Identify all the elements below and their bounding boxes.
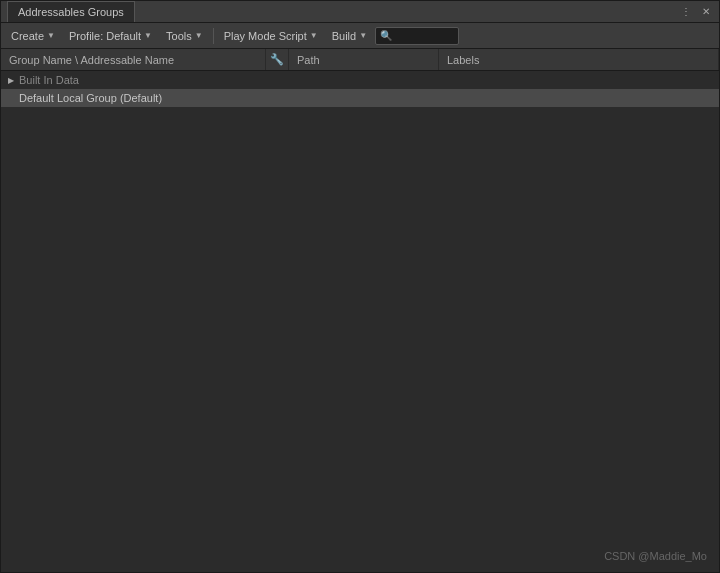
watermark: CSDN @Maddie_Mo (604, 550, 707, 562)
built-in-label: Built In Data (17, 74, 79, 86)
window-title-tab: Addressables Groups (7, 1, 135, 22)
profile-button[interactable]: Profile: Default ▼ (63, 26, 158, 46)
col-icon-symbol: 🔧 (270, 53, 284, 66)
toolbar-separator (213, 28, 214, 44)
col-header-icon: 🔧 (266, 49, 289, 70)
col-header-name: Group Name \ Addressable Name (1, 49, 266, 70)
create-dropdown-arrow: ▼ (47, 31, 55, 40)
tools-label: Tools (166, 30, 192, 42)
main-window: Addressables Groups ⋮ ✕ Create ▼ Profile… (0, 0, 720, 573)
tree-row-built-in[interactable]: ▶ Built In Data (1, 71, 719, 89)
search-input[interactable] (394, 30, 454, 42)
title-bar-controls: ⋮ ✕ (679, 5, 713, 19)
expand-arrow-default (5, 92, 17, 104)
window-title: Addressables Groups (18, 6, 124, 18)
create-button[interactable]: Create ▼ (5, 26, 61, 46)
play-mode-button[interactable]: Play Mode Script ▼ (218, 26, 324, 46)
toolbar: Create ▼ Profile: Default ▼ Tools ▼ Play… (1, 23, 719, 49)
tools-button[interactable]: Tools ▼ (160, 26, 209, 46)
tree-row-default-group[interactable]: Default Local Group (Default) (1, 89, 719, 107)
title-bar: Addressables Groups ⋮ ✕ (1, 1, 719, 23)
content-area: ▶ Built In Data Default Local Group (Def… (1, 71, 719, 572)
expand-arrow-built-in: ▶ (5, 74, 17, 86)
profile-label: Profile: Default (69, 30, 141, 42)
play-mode-dropdown-arrow: ▼ (310, 31, 318, 40)
build-label: Build (332, 30, 356, 42)
menu-icon[interactable]: ⋮ (679, 5, 693, 19)
profile-dropdown-arrow: ▼ (144, 31, 152, 40)
build-dropdown-arrow: ▼ (359, 31, 367, 40)
search-box[interactable]: 🔍 (375, 27, 459, 45)
col-labels-label: Labels (447, 54, 479, 66)
col-header-labels: Labels (439, 49, 719, 70)
default-group-label: Default Local Group (Default) (17, 92, 162, 104)
close-icon[interactable]: ✕ (699, 5, 713, 19)
col-name-label: Group Name \ Addressable Name (9, 54, 174, 66)
play-mode-label: Play Mode Script (224, 30, 307, 42)
column-headers: Group Name \ Addressable Name 🔧 Path Lab… (1, 49, 719, 71)
create-label: Create (11, 30, 44, 42)
tools-dropdown-arrow: ▼ (195, 31, 203, 40)
build-button[interactable]: Build ▼ (326, 26, 373, 46)
col-path-label: Path (297, 54, 320, 66)
col-header-path: Path (289, 49, 439, 70)
search-icon: 🔍 (380, 30, 392, 41)
